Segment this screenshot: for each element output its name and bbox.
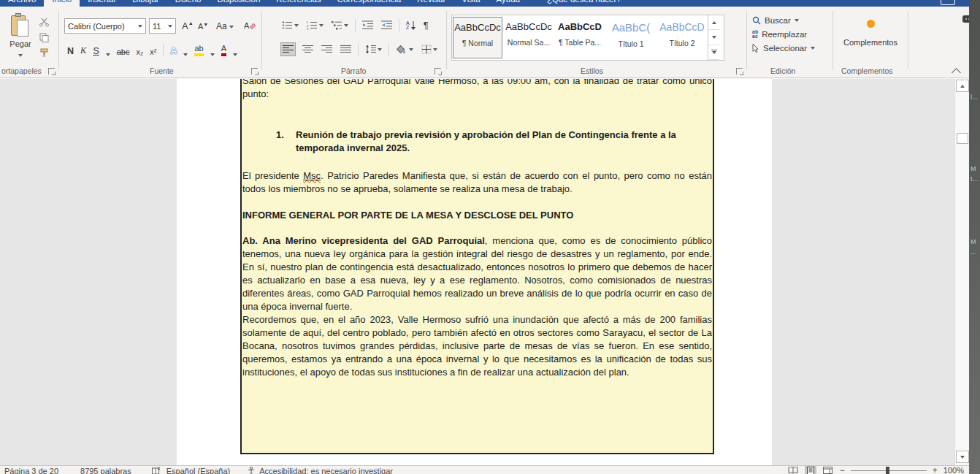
cut-button[interactable] [38,17,50,28]
align-left-button[interactable] [280,42,296,56]
line-spacing-caret[interactable] [378,48,382,51]
paste-button[interactable]: Pegar [6,15,35,63]
multilevel-list-button[interactable] [330,19,350,31]
underline-caret[interactable] [106,53,110,56]
grow-font-button[interactable]: A▲ [182,20,194,31]
format-painter-button[interactable] [38,47,50,58]
bullets-button[interactable] [280,19,300,31]
tab-diseno[interactable]: Diseño [167,0,210,7]
styles-scroll-down[interactable] [708,30,719,45]
tab-correspondencia[interactable]: Correspondencia [329,0,410,7]
clear-formatting-button[interactable]: A [244,20,256,34]
align-center-button[interactable] [301,43,315,56]
zoom-out-button[interactable]: − [840,465,845,474]
bold-button[interactable]: N [67,46,74,56]
styles-scroll-up[interactable] [708,15,719,30]
accessibility-icon[interactable] [248,467,255,474]
scrollbar-thumb[interactable] [957,133,968,144]
tab-referencias[interactable]: Referencias [268,0,329,7]
style-titulo-1[interactable]: AaBbC( Título 1 [606,17,656,58]
find-caret[interactable] [795,19,799,22]
numbering-button[interactable]: 123 [305,19,325,31]
read-mode-button[interactable] [787,466,799,474]
align-right-button[interactable] [320,43,334,56]
tab-ayuda[interactable]: Ayuda [489,0,528,7]
tab-disposicion[interactable]: Disposición [209,0,268,7]
accessibility-status[interactable]: Accesibilidad: es necesario investigar [259,466,393,474]
align-right-icon [321,45,332,54]
language-indicator[interactable]: Español (España) [166,466,230,474]
text-effects-caret[interactable] [183,53,188,56]
borders-caret[interactable] [433,48,437,51]
word-count[interactable]: 8795 palabras [80,466,131,474]
zoom-level[interactable]: 100% [943,466,964,474]
style-table-pa[interactable]: AaBbCcD ¶ Table Pa... [555,17,605,58]
multilevel-caret[interactable] [344,24,348,27]
select-button[interactable]: Seleccionar [752,44,815,53]
text-effects-button[interactable]: A [170,46,177,56]
style-titulo-2[interactable]: AaBbCcD Título 2 [657,17,707,58]
select-caret[interactable] [811,47,815,50]
font-color-caret[interactable] [233,53,237,56]
italic-button[interactable]: K [80,45,86,56]
copy-button[interactable] [38,32,50,43]
font-color-button[interactable]: A [221,45,226,56]
tab-insertar[interactable]: Insertar [80,0,124,7]
replace-button[interactable]: abac Reemplazar [752,30,815,39]
document-text[interactable]: Salón de Sesiones del GAD Parroquial Val… [242,79,712,379]
tell-me-label: ¿Qué desea hacer? [547,0,621,7]
styles-dialog-launcher[interactable] [736,68,743,74]
tab-revisar[interactable]: Revisar [409,0,453,7]
numbering-caret[interactable] [319,24,324,27]
sort-button[interactable]: AZ [405,20,417,31]
shading-button[interactable] [394,43,415,56]
zoom-slider-thumb[interactable] [886,467,889,474]
style-normal-sa[interactable]: AaBbCcDc Normal Sa... [504,17,554,58]
scroll-down-button[interactable] [956,451,969,463]
strikethrough-button[interactable]: abc [117,47,130,56]
decrease-indent-button[interactable] [361,19,375,31]
vertical-scrollbar[interactable] [954,79,969,465]
tab-archivo[interactable]: Archivo [0,0,44,7]
increase-indent-button[interactable] [380,19,394,31]
underline-button[interactable]: S [93,46,99,56]
print-layout-button[interactable] [805,466,816,474]
collapse-ribbon-button[interactable] [952,68,961,77]
shrink-font-button[interactable]: A▼ [198,22,208,31]
font-dialog-launcher[interactable] [251,68,258,74]
styles-more-button[interactable] [708,45,719,60]
line-spacing-button[interactable] [364,43,383,56]
font-name-value: Calibri (Cuerpo) [68,22,125,31]
zoom-slider[interactable] [851,466,927,474]
shading-caret[interactable] [409,48,413,51]
bullets-caret[interactable] [294,24,299,27]
section-heading: INFORME GENERAL POR PARTE DE LA MESA Y D… [242,209,712,222]
proofing-icon[interactable] [152,467,161,474]
font-name-combo[interactable]: Calibri (Cuerpo) [64,18,146,34]
highlight-button[interactable]: ab [194,45,203,56]
justify-button[interactable] [339,43,353,56]
page-indicator[interactable]: Página 3 de 20 [4,466,58,474]
addins-button[interactable]: Complementos [841,17,900,47]
find-button[interactable]: Buscar [752,16,815,25]
borders-button[interactable] [420,43,439,56]
scroll-up-button[interactable] [956,80,969,92]
change-case-button[interactable]: Aa [216,21,234,31]
clipboard-dialog-launcher[interactable] [48,68,55,74]
show-marks-button[interactable]: ¶ [422,18,430,32]
superscript-button[interactable]: x² [150,47,156,56]
document-canvas[interactable]: Salón de Sesiones del GAD Parroquial Val… [0,79,969,465]
subscript-button[interactable]: x₂ [136,47,143,56]
tell-me-box[interactable]: ¿Qué desea hacer? [532,0,629,7]
paragraph-dialog-launcher[interactable] [435,68,441,74]
web-layout-button[interactable] [822,466,834,474]
tab-dibujar[interactable]: Dibujar [124,0,166,7]
style-normal[interactable]: AaBbCcDc ¶ Normal [453,17,502,58]
zoom-in-button[interactable]: + [933,465,938,474]
font-size-combo[interactable]: 11 [149,18,176,34]
tab-vista[interactable]: Vista [453,0,488,7]
status-bar: Página 3 de 20 8795 palabras Español (Es… [0,465,980,474]
paste-label: Pegar [6,39,35,48]
highlight-caret[interactable] [210,53,215,56]
tab-inicio[interactable]: Inicio [44,0,80,7]
